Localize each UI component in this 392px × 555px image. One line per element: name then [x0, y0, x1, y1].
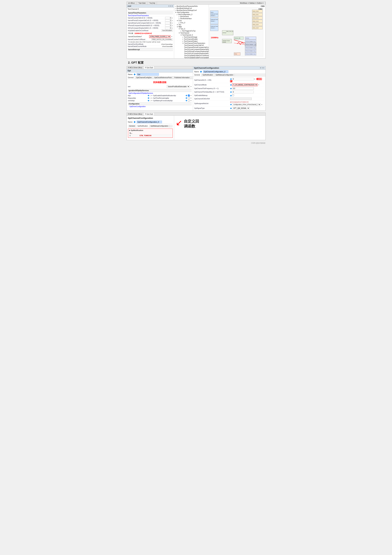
hwunit-value: 硬件资源复用为TOM0CH0 🔷 Configuration_0/Tom_0/T…: [230, 101, 264, 106]
gptconfig-name-row: Name 🔷: [193, 70, 265, 74]
tick-freq-input[interactable]: [232, 87, 254, 90]
channel-timer-label: hannelTimerParameters: [128, 12, 173, 14]
gptconfig-inner-tabs: General GptNotification GptWakeupConfigu…: [193, 74, 265, 76]
bottom-tab-notification[interactable]: GptNotification: [136, 125, 149, 127]
tree-item-cmu0[interactable]: ▷Cmu_0: [175, 22, 208, 24]
tree-item-usage[interactable]: ▷TomChannelUsage: [175, 36, 208, 38]
tree-item-1[interactable]: ▷MouModeSettingConf: [175, 7, 208, 9]
tree-item-cmu[interactable]: ▼Cmu: [175, 20, 208, 22]
tree-item-timerparams[interactable]: ▼TomChannelTimerParameters: [175, 42, 208, 44]
elapsed-checkbox[interactable]: [188, 97, 190, 99]
clksrcref-row: GptChannelClkSrcRef: [194, 97, 264, 101]
svg-text:CMU_CLK5: CMU_CLK5: [253, 27, 258, 29]
tab-cfg-wakeup[interactable]: GptWakeupConfiguration: [214, 74, 235, 76]
svg-text:CMU_CLK0: CMU_CLK0: [253, 11, 258, 12]
tab-mcu[interactable]: err (Mcu): [127, 2, 136, 4]
tree-item-force[interactable]: TomChUpdateEnableForceUpdateFalse: [175, 57, 208, 58]
gated-counter-row: hannelGatedCounterMode 0 TomChannelBit: [128, 45, 173, 48]
tab-published[interactable]: Published Information: [173, 76, 191, 79]
tree-item-4[interactable]: ▷GtmConfiguration_0: [175, 14, 208, 15]
tree-item-tomtrig[interactable]: ▷TomTriggersForTpc: [175, 30, 208, 32]
clksrcref-input: [230, 98, 252, 100]
tree-item-update[interactable]: TomChUpdateEnableOnCnInResetValue: [175, 55, 208, 57]
tab-general[interactable]: General: [127, 76, 135, 79]
big-red-arrow: ↙: [176, 119, 182, 127]
svg-text:CMU_CLK4: CMU_CLK4: [253, 24, 258, 25]
mode-edit-icon[interactable]: ✏: [258, 84, 259, 86]
edit-icon[interactable]: ✏: [171, 36, 172, 37]
bottom-tab-general[interactable]: General: [128, 125, 136, 127]
oneshot-row: hannelOneShortMode 0 TomChannelSpe: [128, 43, 173, 45]
svg-text:EGU: EGU: [211, 12, 214, 13]
tree-item-period[interactable]: TomChannelPeriodCompareValCm0: [175, 46, 208, 48]
tab-gpt[interactable]: * Gpt (Gpt): [136, 2, 147, 4]
tree-item-6[interactable]: ▷GtmAreInterface: [175, 18, 208, 20]
tree-item-counter[interactable]: TomChannelCounterValCn0: [175, 44, 208, 46]
table-header-row: In...: [129, 132, 171, 134]
signal-type-select[interactable]: GPT_QM_SIGNAL: [232, 107, 250, 110]
pane-tab-gpt[interactable]: ® Gpt (Gpt): [144, 66, 155, 69]
clock-select-dropdown[interactable]: GTM_FIXED_CLOCK_1: [149, 35, 171, 38]
bottom-tab-mcu[interactable]: ® MCU Driver (Mcu): [127, 113, 144, 116]
panel-title: nnel: [128, 5, 131, 7]
svg-text:FXCLK Divider 0 (1): FXCLK Divider 0 (1): [246, 41, 256, 42]
oninfo-edit-icon[interactable]: ✏: [190, 100, 192, 102]
tree-item-shadow0[interactable]: TomChPeriodCompareShadowValSr0: [175, 51, 208, 52]
svg-text:FXCLK_MS: FXCLK_MS: [235, 38, 240, 39]
hwunit-select[interactable]: Configuration_0/Tom_0/TomChannel_0: [232, 103, 261, 106]
top-content: nnel ✦ ✦ ✦ TomChannel 0 hannelTimerParam…: [127, 5, 265, 58]
channel-id-input[interactable]: [232, 78, 254, 80]
tree-item-tom[interactable]: ▼Tom: [175, 26, 208, 28]
svg-text:CMU_CLK3: CMU_CLK3: [253, 21, 258, 22]
tab-workflows[interactable]: Workflows ✦ Sidebar ✦ Outline ✦: [238, 2, 265, 4]
tab-clockref[interactable]: GptClockReferencePoint: [153, 76, 173, 79]
gpt-name-input[interactable]: [137, 73, 159, 76]
tree-item-0[interactable]: ▷MouDemEventParameterRefs: [175, 5, 208, 7]
channel-mode-row: GptChannelMode 🔷 T_CH_MODE_CONTINUOUS ✏: [194, 83, 264, 87]
tree-item-tbu[interactable]: ▼Tbu: [175, 24, 208, 26]
param-section: hannelTimerParameters TomChannelTimerPar…: [127, 11, 174, 58]
panel-icons: ✦ ✦ ✦: [168, 5, 173, 7]
tab-irq[interactable]: * Irq (Irq): [147, 2, 157, 4]
wakeup-checkbox[interactable]: [232, 94, 234, 96]
arrow-container: ↙: [176, 119, 182, 127]
tapi-checkbox[interactable]: [188, 95, 190, 96]
svg-text:100MHz: 100MHz: [211, 36, 219, 39]
channel-mode-select[interactable]: T_CH_MODE_CONTINUOUS: [232, 83, 257, 86]
tree-item-shadow1[interactable]: TomChDCytCompareShadowValSr1.0: [175, 52, 208, 55]
oninfo-checkbox[interactable]: [188, 100, 190, 102]
tapi-edit-icon[interactable]: ✏: [190, 95, 192, 96]
variant-edit-icon[interactable]: ✏: [190, 86, 192, 88]
gptconfig-name-input[interactable]: [203, 70, 228, 73]
hwunit-edit-icon[interactable]: ✏: [261, 104, 263, 105]
tree-item-tom0[interactable]: ▼Tom_0: [175, 28, 208, 30]
tick-freq-value: 🔷: [230, 87, 264, 90]
gpt-config-form: GptChannelId (0 -> 255) 🔷 ✏ 连续模式 GptChan…: [193, 76, 265, 110]
svg-text:FXCLK Divider 3 (1): FXCLK Divider 3 (1): [246, 50, 256, 51]
tree-item-enable[interactable]: ▷TomChannelEnable: [175, 38, 208, 40]
tree-item-cycle[interactable]: TomChCycleCompareShadowValSr0.1.0: [175, 48, 208, 51]
counter-reset-row: hannelCounterCn0Reset FREE_MATCH_ON_CHAN…: [128, 38, 173, 41]
svg-text:FXCLK Divider 4 (1): FXCLK Divider 4 (1): [246, 53, 256, 55]
elapsed-edit-icon[interactable]: ✏: [190, 97, 192, 99]
variant-select[interactable]: VariantPostBuildSelectable: [167, 85, 190, 88]
tab-cfg-notification[interactable]: GptNotification: [201, 74, 214, 76]
svg-text:Divider 0: Divider 0: [211, 15, 215, 16]
gpt-form-area: 回掉函数使能 iant VariantPostBuildSelectable ✏…: [127, 79, 193, 110]
tree-item-tomch[interactable]: ▼TomChannel: [175, 32, 208, 34]
bottom-tab-gpt[interactable]: ® Gpt (Gpt): [144, 113, 155, 116]
tree-item-3[interactable]: ▼GtmConfiguration: [175, 11, 208, 14]
tree-item-tomch0[interactable]: ▼TomChannel_0: [175, 34, 208, 36]
tree-item-2[interactable]: ▷MouRamSectorSettingsConf: [175, 9, 208, 11]
pane-tab-mcu[interactable]: ® MCU Driver (Mcu): [127, 66, 144, 69]
right-panel-diagram: CMU CMU EGU External Clock Divider 0 Ext…: [209, 5, 265, 58]
bottom-tab-wakeup[interactable]: GptWakeupConfiguration: [149, 125, 170, 127]
svg-text:FXCLK Divider 2 (1): FXCLK Divider 2 (1): [246, 47, 256, 48]
bottom-name-input[interactable]: [137, 121, 162, 123]
tree-item-output[interactable]: ▷TomChannelOutput: [175, 40, 208, 42]
tab-channelconfigset[interactable]: GptChannelConfigSet: [135, 76, 153, 79]
red-callback-label: 回掉函数使能: [128, 80, 192, 85]
tree-item-5[interactable]: ▷GtmGeneral: [175, 15, 208, 18]
tab-cfg-general[interactable]: General: [193, 74, 201, 76]
tick-max-input[interactable]: [232, 91, 254, 93]
